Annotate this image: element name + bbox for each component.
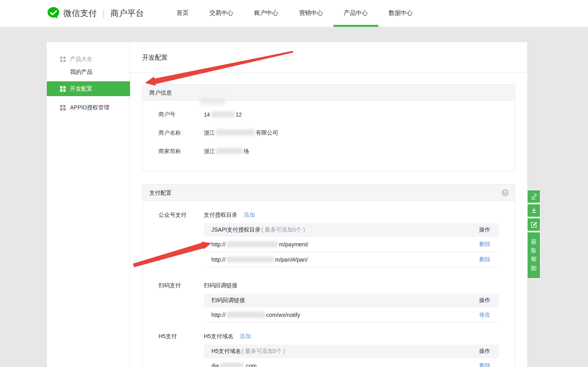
get-help-button[interactable]: 获 取 帮 助 xyxy=(527,232,540,278)
action-column-header: 操作 xyxy=(479,226,490,234)
native-table: 扫码回调链接 操作 http://com/wx/notify 修改 xyxy=(204,294,499,323)
brand-logo[interactable]: 微信支付 | 商户平台 xyxy=(47,6,144,20)
jsapi-table: JSAPI支付授权目录 ( 最多可添加5个 ) 操作 http://m/paym… xyxy=(204,223,499,267)
jsapi-table-title: JSAPI支付授权目录 xyxy=(211,226,261,234)
merchant-id-value: 1412 xyxy=(204,111,242,118)
download-icon xyxy=(530,207,538,215)
h5-table-header: H5支付域名 ( 最多可添加5个 ) 操作 xyxy=(204,345,499,358)
sidebar-item-label: 产品大全 xyxy=(70,56,92,63)
squares-grid-icon xyxy=(60,86,66,92)
logo-primary-text: 微信支付 xyxy=(63,8,97,19)
get-help-char: 获 xyxy=(528,237,540,246)
main-panel: 产品大全 我的产品 开发配置 APPID授权管理 开发配置 商户信息 商户号 xyxy=(47,42,527,367)
delete-link[interactable]: 删除 xyxy=(479,362,490,367)
redaction-blur xyxy=(216,148,243,154)
delete-link[interactable]: 删除 xyxy=(479,241,490,248)
native-table-header: 扫码回调链接 操作 xyxy=(204,294,499,307)
native-callback-url: http://com/wx/notify xyxy=(211,312,300,318)
h5-config-label: H5支付域名 xyxy=(204,333,233,340)
native-config-label: 扫码回调链接 xyxy=(204,282,237,289)
redaction-blur xyxy=(211,111,235,117)
jsapi-url-row: http://m/pan/#/pan/ 删除 xyxy=(204,252,499,267)
edit-icon xyxy=(530,221,538,229)
jsapi-url-1: http://m/payment/ xyxy=(211,241,308,248)
link-icon xyxy=(530,193,538,201)
logo-divider: | xyxy=(102,8,105,18)
sidebar-item-product-catalog[interactable]: 产品大全 xyxy=(47,52,130,67)
redaction-blur xyxy=(227,312,265,318)
sidebar-item-dev-config-active[interactable]: 开发配置 xyxy=(47,81,130,96)
top-bar: 微信支付 | 商户平台 首页 交易中心 账户中心 营销中心 产品中心 数据中心 xyxy=(0,0,588,27)
h5-table-hint: ( 最多可添加5个 ) xyxy=(242,348,285,355)
nav-item-products[interactable]: 产品中心 xyxy=(344,0,368,27)
question-mark-icon[interactable]: ? xyxy=(502,189,509,196)
native-group-labels: 扫码支付 扫码回调链接 xyxy=(142,278,515,294)
redaction-blur xyxy=(220,363,243,367)
native-url-row: http://com/wx/notify 修改 xyxy=(204,307,499,323)
floating-help-bar: 获 取 帮 助 xyxy=(527,190,541,278)
sidebar-item-appid-auth[interactable]: APPID授权管理 xyxy=(47,101,130,115)
merchant-info-header: 商户信息 xyxy=(142,85,515,101)
pay-config-title: 支付配置 xyxy=(149,190,172,196)
merchant-shortname-label: 商家简称 xyxy=(159,148,204,155)
nav-item-transactions[interactable]: 交易中心 xyxy=(209,0,233,27)
get-help-char: 助 xyxy=(528,264,540,272)
squares-grid-icon xyxy=(60,105,66,111)
sidebar-item-my-products[interactable]: 我的产品 xyxy=(47,65,130,79)
merchant-name-label: 商户名称 xyxy=(159,129,204,137)
merchant-name-row: 商户名称 浙江有限公司 xyxy=(142,124,515,142)
wechat-pay-logo-icon xyxy=(47,6,60,20)
feedback-button[interactable] xyxy=(527,218,540,231)
pay-config-header: 支付配置 ? xyxy=(142,185,515,201)
contact-button[interactable] xyxy=(527,190,540,203)
merchant-shortname-row: 商家简称 浙江络 xyxy=(142,142,515,161)
nav-item-marketing[interactable]: 营销中心 xyxy=(299,0,323,27)
content-area: 开发配置 商户信息 商户号 1412 商户名称 浙江有限公司 商家简称 xyxy=(130,42,527,367)
get-help-char: 帮 xyxy=(528,255,540,264)
content-header: 开发配置 xyxy=(130,42,527,73)
h5-table: H5支付域名 ( 最多可添加5个 ) 操作 dia.com 删除 xyxy=(204,345,499,367)
nav-item-account[interactable]: 账户中心 xyxy=(254,0,278,27)
redaction-smudge xyxy=(200,98,225,105)
merchant-shortname-value: 浙江络 xyxy=(204,148,249,155)
product-grid-icon xyxy=(60,56,66,62)
modify-link[interactable]: 修改 xyxy=(479,311,490,319)
h5-domain-row: dia.com 删除 xyxy=(204,358,499,367)
merchant-name-value: 浙江有限公司 xyxy=(204,129,278,137)
sidebar-item-label: 开发配置 xyxy=(70,85,92,93)
redaction-blur xyxy=(216,129,255,135)
jsapi-table-hint: ( 最多可添加5个 ) xyxy=(261,226,305,234)
jsapi-url-row: http://m/payment/ 删除 xyxy=(204,237,499,252)
h5-group-labels: H5支付 H5支付域名 添加 xyxy=(142,329,515,345)
page-title: 开发配置 xyxy=(130,42,527,62)
merchant-id-row: 商户号 1412 xyxy=(142,105,515,124)
jsapi-url-2: http://m/pan/#/pan/ xyxy=(211,256,308,263)
get-help-char: 取 xyxy=(528,246,540,255)
sidebar-item-label: 我的产品 xyxy=(70,69,92,76)
logo-secondary-text: 商户平台 xyxy=(110,8,144,19)
jsapi-product-label: 公众号支付 xyxy=(159,212,204,219)
jsapi-group-labels: 公众号支付 支付授权目录 添加 xyxy=(142,207,515,223)
h5-add-link[interactable]: 添加 xyxy=(240,333,251,340)
pay-config-body: 公众号支付 支付授权目录 添加 JSAPI支付授权目录 ( 最多可添加5个 ) … xyxy=(142,201,515,367)
download-button[interactable] xyxy=(527,204,540,217)
sidebar-item-label: APPID授权管理 xyxy=(70,104,109,111)
nav-item-home[interactable]: 首页 xyxy=(177,0,189,27)
jsapi-config-label: 支付授权目录 xyxy=(204,212,237,219)
merchant-id-label: 商户号 xyxy=(159,111,204,118)
jsapi-table-header: JSAPI支付授权目录 ( 最多可添加5个 ) 操作 xyxy=(204,223,499,237)
h5-product-label: H5支付 xyxy=(159,333,204,340)
native-table-title: 扫码回调链接 xyxy=(211,297,245,304)
action-column-header: 操作 xyxy=(479,348,490,355)
delete-link[interactable]: 删除 xyxy=(479,256,490,263)
redaction-blur xyxy=(227,256,274,262)
h5-table-title: H5支付域名 xyxy=(211,348,241,355)
jsapi-add-link[interactable]: 添加 xyxy=(244,212,255,219)
pay-config-section: 支付配置 ? 公众号支付 支付授权目录 添加 JSAPI支付授权目录 ( 最多可… xyxy=(142,184,515,367)
redaction-blur xyxy=(227,241,278,247)
top-navigation: 首页 交易中心 账户中心 营销中心 产品中心 数据中心 xyxy=(177,0,413,27)
nav-item-data[interactable]: 数据中心 xyxy=(389,0,413,27)
sidebar: 产品大全 我的产品 开发配置 APPID授权管理 xyxy=(47,42,130,367)
action-column-header: 操作 xyxy=(479,297,490,304)
merchant-info-section: 商户信息 商户号 1412 商户名称 浙江有限公司 商家简称 浙江络 xyxy=(142,84,515,171)
